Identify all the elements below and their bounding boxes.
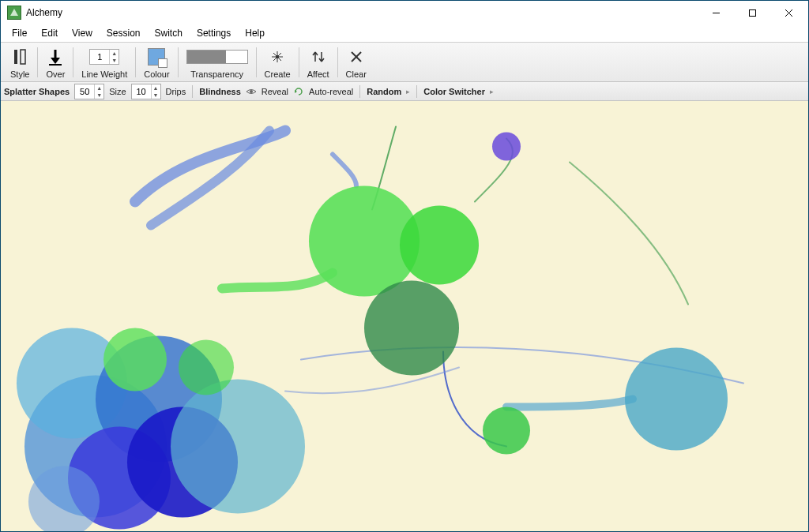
chevron-right-icon: ▸: [490, 88, 494, 96]
minimize-icon: [712, 9, 721, 17]
menu-session[interactable]: Session: [100, 26, 147, 40]
menu-settings[interactable]: Settings: [190, 26, 237, 40]
app-icon: [7, 6, 21, 20]
size-spinner[interactable]: ▲▼: [131, 84, 161, 99]
close-icon: [785, 9, 793, 17]
reveal-button[interactable]: Reveal: [262, 87, 288, 96]
spinner-up-icon[interactable]: ▲: [151, 84, 160, 92]
titlebar: Alchemy: [1, 1, 808, 24]
maximize-icon: [748, 9, 757, 17]
svg-point-23: [171, 380, 305, 514]
tool-transparency[interactable]: Transparency: [180, 45, 254, 80]
create-icon: [269, 49, 285, 65]
auto-reveal-icon: [293, 86, 304, 97]
tool-affect[interactable]: Affect: [301, 45, 336, 80]
color-switcher-label[interactable]: Color Switcher: [423, 87, 485, 96]
style-icon: [12, 48, 28, 66]
affect-icon: [310, 49, 326, 65]
line-weight-spinner[interactable]: ▲▼: [89, 49, 119, 65]
transparency-slider[interactable]: [186, 50, 248, 64]
colour-swatch-icon[interactable]: [148, 48, 165, 66]
tool-clear[interactable]: Clear: [340, 45, 373, 80]
canvas-artwork: [1, 101, 808, 531]
tool-style[interactable]: Style: [4, 45, 36, 80]
minimize-button[interactable]: [698, 1, 734, 24]
spinner-down-icon[interactable]: ▼: [151, 92, 160, 99]
close-button[interactable]: [770, 1, 807, 24]
spinner-up-icon[interactable]: ▲: [109, 50, 119, 57]
reveal-icon: [246, 86, 257, 97]
menu-file[interactable]: File: [6, 26, 33, 40]
splatter-shapes-input[interactable]: [75, 87, 94, 96]
tool-over[interactable]: Over: [40, 45, 71, 80]
svg-rect-1: [749, 9, 755, 16]
svg-point-29: [492, 133, 521, 161]
svg-point-27: [364, 281, 459, 376]
svg-point-13: [276, 55, 279, 58]
spinner-down-icon[interactable]: ▼: [109, 57, 119, 64]
menu-switch[interactable]: Switch: [149, 26, 189, 40]
tool-create[interactable]: Create: [258, 45, 297, 80]
window-title: Alchemy: [26, 7, 62, 18]
maximize-button[interactable]: [734, 1, 770, 24]
spinner-up-icon[interactable]: ▲: [94, 84, 103, 92]
drips-toggle[interactable]: Drips: [166, 87, 186, 96]
svg-marker-7: [51, 58, 60, 64]
chevron-right-icon: ▸: [406, 88, 410, 96]
blindness-label: Blindness: [199, 87, 241, 96]
menu-view[interactable]: View: [66, 26, 99, 40]
toolbar: Style Over ▲▼ Line Weight Colour: [1, 42, 808, 82]
size-label: Size: [109, 87, 126, 96]
svg-point-32: [179, 340, 234, 395]
svg-point-16: [250, 90, 253, 93]
random-label[interactable]: Random: [367, 87, 401, 96]
canvas[interactable]: [1, 101, 808, 531]
menu-help[interactable]: Help: [239, 26, 271, 40]
svg-rect-4: [14, 50, 17, 64]
auto-reveal-toggle[interactable]: Auto-reveal: [309, 87, 353, 96]
splatter-shapes-spinner[interactable]: ▲▼: [74, 84, 104, 99]
subtoolbar: Splatter Shapes ▲▼ Size ▲▼ Drips Blindne…: [1, 82, 808, 101]
line-weight-input[interactable]: [90, 52, 109, 62]
size-input[interactable]: [132, 87, 151, 96]
menu-edit[interactable]: Edit: [35, 26, 64, 40]
spinner-down-icon[interactable]: ▼: [94, 92, 103, 99]
splatter-shapes-label: Splatter Shapes: [4, 87, 70, 96]
svg-point-26: [400, 206, 479, 285]
over-icon: [47, 48, 64, 66]
menubar: File Edit View Session Switch Settings H…: [1, 24, 808, 42]
app-window: Alchemy File Edit View Session Switch Se…: [0, 0, 809, 532]
tool-line-weight: ▲▼ Line Weight: [75, 45, 134, 80]
svg-point-30: [625, 348, 728, 451]
svg-point-28: [483, 407, 530, 455]
svg-rect-5: [21, 50, 25, 64]
tool-colour[interactable]: Colour: [137, 45, 175, 80]
clear-icon: [348, 49, 364, 65]
svg-point-24: [103, 328, 167, 392]
